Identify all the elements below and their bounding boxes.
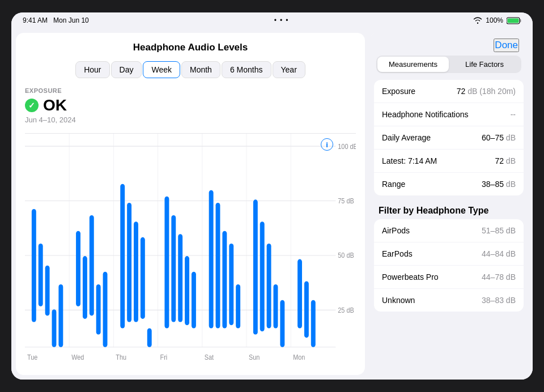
svg-rect-56	[304, 281, 309, 338]
metric-range: Range 38–85 dB	[374, 173, 524, 195]
right-panel: Done Measurements Life Factors Exposure …	[369, 33, 528, 375]
svg-rect-29	[58, 284, 63, 347]
dot3: •	[286, 16, 288, 24]
tab-switcher: Measurements Life Factors	[376, 56, 521, 73]
svg-rect-50	[253, 199, 258, 334]
tab-week[interactable]: Week	[143, 61, 180, 78]
svg-rect-39	[147, 329, 152, 347]
svg-rect-32	[90, 215, 94, 316]
svg-rect-44	[192, 272, 196, 329]
svg-rect-52	[267, 244, 271, 329]
svg-rect-48	[229, 244, 233, 325]
svg-text:Tue: Tue	[27, 353, 37, 361]
svg-rect-49	[236, 284, 240, 329]
svg-text:Wed: Wed	[71, 353, 84, 361]
svg-text:25 dB: 25 dB	[338, 306, 354, 314]
metric-daily-avg-value: 60–75 dB	[482, 133, 516, 142]
svg-text:Thu: Thu	[116, 353, 126, 361]
svg-text:Fri: Fri	[160, 353, 168, 361]
tab-6months[interactable]: 6 Months	[222, 61, 271, 78]
exposure-section: EXPOSURE ✓ OK Jun 4–10, 2024	[25, 87, 356, 129]
svg-rect-28	[52, 309, 57, 347]
svg-rect-26	[39, 244, 43, 306]
svg-rect-54	[280, 300, 284, 347]
filter-section-header: Filter by Headphone Type	[369, 201, 528, 219]
tab-day[interactable]: Day	[111, 61, 142, 78]
filter-unknown-name: Unknown	[382, 296, 415, 305]
filter-earpods-name: EarPods	[382, 249, 413, 258]
metric-latest: Latest: 7:14 AM 72 dB	[374, 150, 524, 173]
svg-text:100 dB: 100 dB	[338, 143, 356, 150]
audio-chart: 100 dB 75 dB 50 dB 25 dB Tue Wed Thu Fri	[25, 134, 356, 366]
tab-month[interactable]: Month	[181, 61, 220, 78]
tab-year[interactable]: Year	[273, 61, 305, 78]
svg-rect-45	[209, 190, 214, 329]
info-icon[interactable]: i	[321, 138, 333, 151]
svg-text:50 dB: 50 dB	[338, 252, 354, 259]
svg-rect-42	[178, 234, 182, 322]
svg-rect-35	[120, 184, 125, 329]
metric-range-name: Range	[382, 180, 405, 189]
svg-rect-2	[508, 18, 519, 23]
exposure-ok-text: OK	[43, 96, 67, 114]
svg-rect-37	[134, 221, 138, 322]
ok-badge: ✓	[25, 99, 39, 112]
metric-range-value: 38–85 dB	[482, 180, 516, 189]
date-range: Jun 4–10, 2024	[25, 116, 356, 124]
metric-exposure-value: 72 dB (18h 20m)	[457, 87, 516, 96]
time: 9:41 AM	[23, 16, 48, 24]
tab-hour[interactable]: Hour	[75, 61, 109, 78]
status-center: • • •	[274, 16, 288, 24]
tab-measurements[interactable]: Measurements	[377, 57, 449, 72]
svg-rect-53	[273, 284, 278, 329]
filter-unknown: Unknown 38–83 dB	[374, 289, 524, 312]
metric-exposure-name: Exposure	[382, 87, 415, 96]
filter-powerbeats-name: Powerbeats Pro	[382, 272, 439, 282]
date: Mon Jun 10	[53, 16, 89, 24]
done-button[interactable]: Done	[494, 39, 519, 52]
page-title: Headphone Audio Levels	[25, 42, 356, 53]
left-panel: Headphone Audio Levels Hour Day Week Mon…	[16, 33, 365, 375]
battery-icon	[507, 17, 521, 24]
filter-powerbeats: Powerbeats Pro 44–78 dB	[374, 266, 524, 289]
content-area: Headphone Audio Levels Hour Day Week Mon…	[11, 28, 533, 380]
dot2: •	[280, 16, 282, 24]
ipad-frame: 9:41 AM Mon Jun 10 • • • 100%	[11, 12, 533, 380]
metric-headphone-notif-value: --	[511, 110, 516, 119]
right-panel-header: Done	[369, 33, 528, 56]
svg-rect-1	[520, 19, 521, 22]
filter-card: AirPods 51–85 dB EarPods 44–84 dB Powerb…	[374, 219, 524, 312]
filter-airpods: AirPods 51–85 dB	[374, 219, 524, 242]
status-bar: 9:41 AM Mon Jun 10 • • • 100%	[11, 12, 533, 28]
metrics-card: Exposure 72 dB (18h 20m) Headphone Notif…	[374, 80, 524, 195]
metric-headphone-notif: Headphone Notifications --	[374, 103, 524, 126]
svg-rect-38	[141, 237, 145, 319]
metric-daily-avg-name: Daily Average	[382, 133, 431, 142]
status-left: 9:41 AM Mon Jun 10	[23, 16, 89, 24]
filter-earpods: EarPods 44–84 dB	[374, 242, 524, 266]
svg-rect-25	[32, 209, 36, 322]
metric-latest-value: 72 dB	[495, 156, 516, 165]
filter-airpods-name: AirPods	[382, 226, 410, 235]
tab-life-factors[interactable]: Life Factors	[449, 57, 520, 72]
svg-text:Sun: Sun	[249, 353, 260, 361]
chart-area: i 100 dB 75 dB 50 dB 25 dB	[25, 133, 356, 366]
svg-text:Mon: Mon	[293, 353, 305, 361]
svg-rect-57	[311, 300, 316, 347]
metric-latest-name: Latest: 7:14 AM	[382, 156, 437, 165]
filter-airpods-value: 51–85 dB	[482, 226, 516, 235]
filter-earpods-value: 44–84 dB	[482, 249, 516, 258]
svg-rect-27	[45, 266, 50, 316]
svg-rect-36	[127, 203, 131, 322]
svg-rect-30	[76, 231, 80, 306]
exposure-label: EXPOSURE	[25, 87, 356, 94]
metric-exposure: Exposure 72 dB (18h 20m)	[374, 80, 524, 103]
dot1: •	[274, 16, 277, 24]
status-right: 100%	[473, 16, 521, 24]
svg-text:75 dB: 75 dB	[338, 197, 354, 204]
svg-rect-34	[103, 272, 108, 347]
time-segment-bar: Hour Day Week Month 6 Months Year	[25, 61, 356, 78]
filter-powerbeats-value: 44–78 dB	[482, 272, 516, 282]
svg-rect-31	[83, 256, 87, 319]
svg-rect-40	[164, 197, 169, 329]
